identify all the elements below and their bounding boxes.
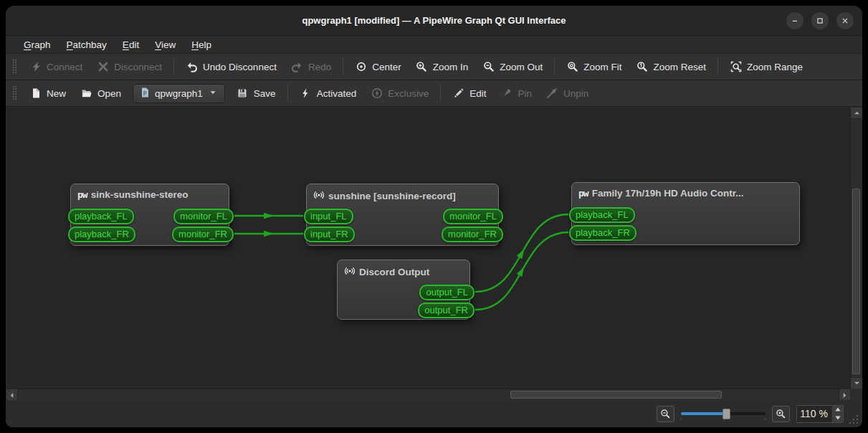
scroll-up-icon — [854, 110, 860, 116]
patchbay-select-value: qpwgraph1 — [155, 88, 203, 99]
node-sunshine[interactable]: sunshine [sunshine-record]input_FLinput_… — [306, 184, 499, 246]
port-playback_FR[interactable]: playback_FR — [68, 227, 135, 242]
zoom-range-icon — [730, 61, 742, 73]
port-monitor_FR[interactable]: monitor_FR — [442, 227, 503, 242]
graph-view: pwsink-sunshine-stereoplayback_FLplaybac… — [6, 107, 862, 400]
menu-edit[interactable]: Edit — [115, 38, 147, 52]
port-output_FR[interactable]: output_FR — [418, 303, 474, 318]
vertical-scrollbar[interactable] — [850, 108, 862, 389]
slider-handle[interactable] — [722, 409, 730, 419]
port-monitor_FL[interactable]: monitor_FL — [443, 209, 503, 224]
pw-icon: pw — [578, 188, 588, 199]
scroll-left-button[interactable] — [6, 389, 18, 401]
zoom-slider[interactable] — [681, 406, 766, 421]
port-playback_FL[interactable]: playback_FL — [68, 209, 134, 224]
pin-button: Pin — [493, 83, 539, 104]
port-playback_FR[interactable]: playback_FR — [569, 225, 636, 241]
menu-patchbay[interactable]: Patchbay — [59, 38, 115, 52]
zoom-value[interactable]: 110 % — [797, 408, 831, 419]
scroll-up-button[interactable] — [851, 108, 862, 119]
port-monitor_FL[interactable]: monitor_FL — [173, 209, 234, 224]
zoom-reset-icon — [636, 61, 649, 73]
node-title: sink-sunshine-stereo — [91, 189, 189, 200]
floppy-icon — [237, 87, 249, 100]
open-button[interactable]: Open — [73, 83, 128, 104]
toolbar-graph: ConnectDisconnectUndo DisconnectRedoCent… — [6, 54, 862, 80]
toolbar-separator — [440, 85, 441, 102]
scrollbar-corner — [850, 389, 862, 400]
pin-label: Pin — [518, 88, 532, 99]
patchbay-select[interactable]: qpwgraph1 — [133, 84, 225, 103]
zoom-fit-button[interactable]: Zoom Fit — [559, 57, 629, 77]
toolbar-drag-handle[interactable] — [12, 59, 17, 75]
chevron-down-icon — [207, 87, 219, 100]
activated-label: Activated — [317, 88, 357, 99]
port-output_FL[interactable]: output_FL — [419, 285, 474, 300]
connection-arrow-icon — [517, 247, 527, 259]
node-title-bar: Discord Output — [338, 260, 469, 279]
edit-button[interactable]: Edit — [445, 83, 493, 104]
menu-help[interactable]: Help — [183, 38, 219, 52]
node-discord-output[interactable]: Discord Outputoutput_FLoutput_FR — [337, 260, 470, 320]
zoom-in-button[interactable]: Zoom In — [409, 57, 476, 77]
minimize-button[interactable] — [786, 12, 803, 29]
node-title-bar: pwFamily 17h/19h HD Audio Contr... — [572, 183, 799, 199]
new-button[interactable]: New — [22, 83, 73, 104]
node-title-bar: sunshine [sunshine-record] — [307, 184, 498, 203]
undo-button[interactable]: Undo Disconnect — [178, 57, 284, 77]
zoom-range-label: Zoom Range — [747, 62, 803, 72]
zoom-in-icon — [416, 61, 428, 73]
close-button[interactable] — [836, 12, 854, 29]
port-input_FL[interactable]: input_FL — [304, 209, 353, 224]
broadcast-icon — [344, 265, 356, 279]
port-playback_FL[interactable]: playback_FL — [569, 207, 635, 223]
center-button[interactable]: Center — [348, 57, 409, 77]
open-label: Open — [97, 88, 121, 99]
titlebar[interactable]: qpwgraph1 [modified] — A PipeWire Graph … — [6, 6, 862, 36]
node-family-hd-audio[interactable]: pwFamily 17h/19h HD Audio Contr...playba… — [571, 182, 800, 245]
menu-view[interactable]: View — [147, 38, 183, 52]
zoom-range-button[interactable]: Zoom Range — [722, 57, 810, 77]
slider-tick — [681, 418, 682, 420]
scroll-right-button[interactable] — [839, 389, 850, 401]
pw-icon: pw — [77, 189, 87, 200]
toolbar-separator — [173, 58, 174, 75]
vscroll-thumb[interactable] — [852, 189, 860, 374]
zoom-in-button[interactable] — [772, 406, 790, 422]
spin-up-button[interactable] — [832, 406, 843, 414]
folder-open-icon — [80, 87, 92, 100]
activated-button[interactable]: Activated — [292, 83, 364, 104]
file-new-icon — [29, 87, 42, 100]
node-sink-sunshine-stereo[interactable]: pwsink-sunshine-stereoplayback_FLplaybac… — [70, 184, 229, 246]
graph-canvas[interactable]: pwsink-sunshine-stereoplayback_FLplaybac… — [6, 108, 850, 389]
save-label: Save — [254, 88, 276, 99]
patchbay-file-icon — [139, 87, 151, 100]
scroll-down-icon — [854, 380, 860, 386]
zoom-out-button[interactable]: Zoom Out — [475, 57, 550, 77]
maximize-button[interactable] — [811, 12, 829, 29]
node-title: Family 17h/19h HD Audio Contr... — [592, 188, 744, 199]
node-title-bar: pwsink-sunshine-stereo — [71, 184, 229, 200]
scroll-down-button[interactable] — [851, 377, 862, 389]
zoom-out-icon — [660, 409, 671, 419]
new-label: New — [47, 88, 66, 99]
zoom-reset-label: Zoom Reset — [654, 62, 707, 72]
hscroll-thumb[interactable] — [510, 391, 722, 399]
resize-grip-icon[interactable] — [848, 414, 859, 424]
connect-icon — [29, 61, 42, 73]
menu-graph[interactable]: Graph — [16, 38, 59, 52]
spin-down-button[interactable] — [832, 414, 843, 422]
window-controls — [786, 12, 854, 29]
horizontal-scrollbar[interactable] — [6, 389, 850, 400]
zoom-spinbox[interactable]: 110 % — [796, 405, 844, 423]
save-button[interactable]: Save — [229, 83, 283, 104]
zoom-reset-button[interactable]: Zoom Reset — [629, 57, 714, 77]
port-monitor_FR[interactable]: monitor_FR — [172, 227, 234, 242]
toolbar-drag-handle[interactable] — [12, 85, 17, 101]
redo-button: Redo — [284, 57, 338, 77]
zoom-out-button[interactable] — [657, 406, 674, 422]
maximize-icon — [815, 16, 825, 26]
port-input_FR[interactable]: input_FR — [304, 227, 355, 242]
toolbar-separator — [554, 58, 555, 75]
disconnect-icon — [97, 61, 109, 73]
